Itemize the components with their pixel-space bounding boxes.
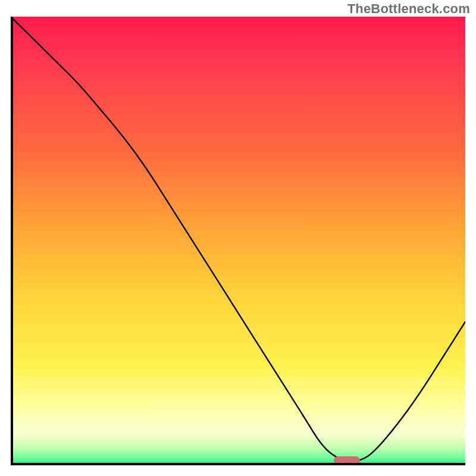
watermark-text: TheBottleneck.com bbox=[347, 1, 470, 17]
gradient-background bbox=[11, 17, 465, 465]
chart-container: TheBottleneck.com bbox=[0, 0, 476, 476]
plot-area bbox=[11, 17, 465, 465]
